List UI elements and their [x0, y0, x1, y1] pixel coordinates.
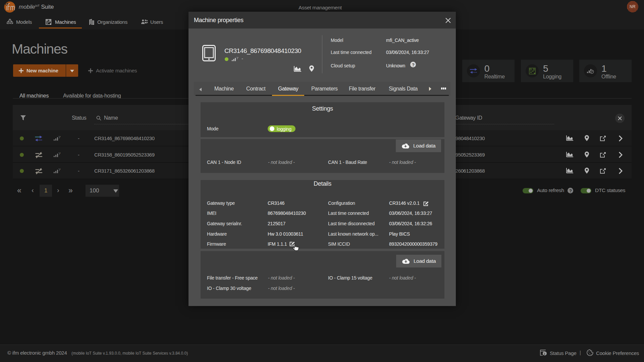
- svg-text:?: ?: [58, 153, 60, 156]
- svg-text:?: ?: [236, 57, 238, 60]
- svg-text:?: ?: [58, 169, 60, 172]
- svg-text:i: i: [544, 352, 545, 356]
- svg-text:?: ?: [58, 136, 60, 139]
